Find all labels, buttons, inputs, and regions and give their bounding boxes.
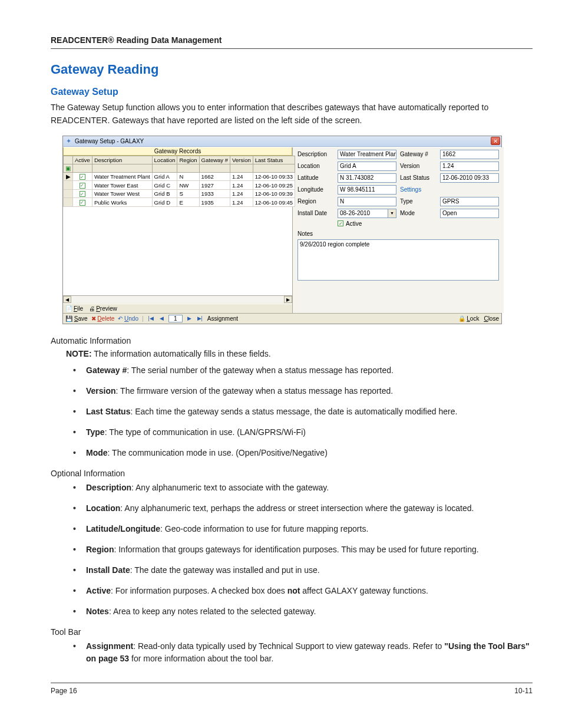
row-selector-header <box>64 156 73 164</box>
page-footer: Page 16 10-11 <box>51 683 533 695</box>
table-row[interactable]: ✓Public WorksGrid DE19351.2412-06-10 09:… <box>64 198 295 207</box>
label-notes: Notes <box>297 229 499 237</box>
table-row[interactable]: ✓Water Tower WestGrid BS19331.2412-06-10… <box>64 189 295 198</box>
table-row[interactable]: ▶✓Water Treatment PlantGrid AN16621.2412… <box>64 172 295 181</box>
field-longitude[interactable]: W 98.945111 <box>338 185 396 195</box>
filter-row-icon[interactable]: ▣ <box>64 164 73 172</box>
label-latitude: Latitude <box>297 173 334 183</box>
col-version[interactable]: Version <box>230 156 253 164</box>
label-version: Version <box>400 162 437 171</box>
chevron-down-icon[interactable]: ▼ <box>388 209 396 218</box>
list-item: Active: For information purposes. A chec… <box>73 585 533 597</box>
col-region[interactable]: Region <box>177 156 199 164</box>
page-header: READCENTER® Reading Data Management <box>51 35 533 49</box>
delete-button[interactable]: ✖ Delete <box>91 315 115 322</box>
list-item: Latitude/Longitude: Geo-code information… <box>73 523 533 535</box>
note-line: NOTE: The information automatically fill… <box>66 349 533 358</box>
label-last-status: Last Status <box>400 173 437 183</box>
list-item: Last Status: Each time the gateway sends… <box>73 406 533 418</box>
list-item: Notes: Area to keep any notes related to… <box>73 605 533 618</box>
field-last-status[interactable]: 12-06-2010 09:33 <box>440 173 499 183</box>
auto-info-list: Gateway #: The serial number of the gate… <box>73 364 533 459</box>
label-location: Location <box>297 162 334 171</box>
active-checkbox[interactable]: ✓ Active <box>338 220 396 227</box>
close-button[interactable]: Close <box>484 315 499 322</box>
close-icon[interactable]: ✕ <box>491 137 500 145</box>
list-item: Gateway #: The serial number of the gate… <box>73 364 533 377</box>
optional-info-heading: Optional Information <box>51 469 533 478</box>
list-item: Assignment: Read-only data typically use… <box>73 640 533 665</box>
toolbar-list: Assignment: Read-only data typically use… <box>73 640 533 665</box>
optional-info-list: Description: Any alphanumeric text to as… <box>73 482 533 618</box>
col-last-status[interactable]: Last Status <box>253 156 295 164</box>
field-region[interactable]: N <box>338 197 396 206</box>
label-region: Region <box>297 197 334 206</box>
table-row[interactable]: ✓Water Tower EastGrid CNW19271.2412-06-1… <box>64 181 295 190</box>
nav-next-icon[interactable]: ▶ <box>186 315 193 321</box>
gateway-records-table[interactable]: Active Description Location Region Gatew… <box>63 156 295 207</box>
save-button[interactable]: 💾 Save <box>65 315 88 322</box>
page-number[interactable]: 1 <box>168 315 183 322</box>
subsection-title: Gateway Setup <box>51 87 533 97</box>
file-menu[interactable]: 📄File <box>65 305 83 312</box>
col-gateway[interactable]: Gateway # <box>199 156 230 164</box>
window-title: Gateway Setup - GALAXY <box>75 138 491 144</box>
lock-button[interactable]: 🔒 Lock <box>458 315 480 322</box>
scroll-left-icon[interactable]: ◀ <box>63 296 71 303</box>
app-icon: ✦ <box>64 137 72 145</box>
checkbox-icon[interactable]: ✓ <box>338 220 343 226</box>
field-mode[interactable]: Open <box>440 209 499 218</box>
assignment-button[interactable]: Assignment <box>207 315 238 322</box>
label-install-date: Install Date <box>297 209 334 218</box>
col-description[interactable]: Description <box>92 156 152 164</box>
window-titlebar: ✦ Gateway Setup - GALAXY ✕ <box>63 136 501 147</box>
label-description: Description <box>297 150 334 159</box>
label-longitude: Longitude <box>297 185 334 195</box>
file-toolbar: 📄File 🖨Preview <box>63 304 292 313</box>
footer-page: Page 16 <box>51 687 77 695</box>
list-item: Region: Information that groups gateways… <box>73 543 533 556</box>
gateway-setup-screenshot: ✦ Gateway Setup - GALAXY ✕ Gateway Recor… <box>62 136 502 324</box>
bottom-toolbar: 💾 Save ✖ Delete ↶ Undo | |◀ ◀ 1 ▶ ▶| Ass… <box>63 313 501 324</box>
toolbar-heading: Tool Bar <box>51 627 533 637</box>
records-header: Gateway Records <box>63 147 292 156</box>
nav-prev-icon[interactable]: ◀ <box>158 315 165 321</box>
footer-number: 10-11 <box>514 687 533 695</box>
settings-legend: Settings <box>400 185 499 195</box>
field-location[interactable]: Grid A <box>338 162 396 171</box>
col-location[interactable]: Location <box>152 156 177 164</box>
field-gateway[interactable]: 1662 <box>440 150 499 159</box>
scroll-right-icon[interactable]: ▶ <box>284 296 292 303</box>
label-type: Type <box>400 197 437 206</box>
field-notes[interactable]: 9/26/2010 region complete <box>297 239 499 281</box>
section-title: Gateway Reading <box>51 62 533 77</box>
field-type[interactable]: GPRS <box>440 197 499 206</box>
auto-info-heading: Automatic Information <box>51 336 533 345</box>
list-item: Version: The firmware version of the gat… <box>73 385 533 397</box>
label-gateway: Gateway # <box>400 150 437 159</box>
nav-first-icon[interactable]: |◀ <box>147 315 155 321</box>
field-version[interactable]: 1.24 <box>440 162 499 171</box>
nav-last-icon[interactable]: ▶| <box>196 315 204 321</box>
field-description[interactable]: Water Treatment Plant <box>338 150 396 159</box>
label-mode: Mode <box>400 209 437 218</box>
list-item: Description: Any alphanumeric text to as… <box>73 482 533 494</box>
list-item: Type: The type of communication in use. … <box>73 426 533 439</box>
col-active[interactable]: Active <box>73 156 92 164</box>
list-item: Location: Any alphanumeric text, perhaps… <box>73 502 533 515</box>
field-install-date[interactable]: 08-26-2010 ▼ <box>338 209 396 218</box>
intro-paragraph: The Gateway Setup function allows you to… <box>51 101 533 127</box>
field-latitude[interactable]: N 31.743082 <box>338 173 396 183</box>
list-item: Mode: The communication mode in use. (Op… <box>73 447 533 459</box>
undo-button[interactable]: ↶ Undo <box>118 315 138 322</box>
label-active: Active <box>346 220 362 227</box>
preview-button[interactable]: 🖨Preview <box>89 305 117 312</box>
details-form: Description Water Treatment Plant Gatewa… <box>293 147 504 313</box>
horizontal-scrollbar[interactable]: ◀ ▶ <box>63 295 292 304</box>
list-item: Install Date: The date the gateway was i… <box>73 564 533 577</box>
